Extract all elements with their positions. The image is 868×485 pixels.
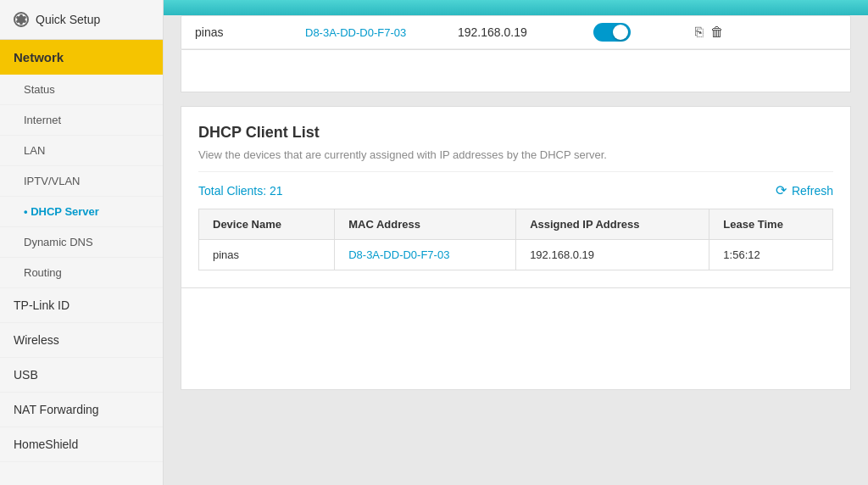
total-clients: Total Clients: 21 — [198, 184, 283, 198]
dhcp-table-header: Device Name MAC Address Assigned IP Addr… — [199, 209, 833, 240]
sidebar-item-nat-forwarding[interactable]: NAT Forwarding — [0, 393, 163, 427]
dhcp-description: View the devices that are currently assi… — [198, 148, 833, 172]
sidebar: Quick Setup Network Status Internet LAN … — [0, 0, 164, 485]
sidebar-item-status[interactable]: Status — [0, 75, 163, 105]
sidebar-item-internet[interactable]: Internet — [0, 105, 163, 136]
empty-space — [181, 50, 851, 92]
sidebar-item-homeshield[interactable]: HomeShield — [0, 427, 163, 462]
col-ip-address: Assigned IP Address — [516, 209, 709, 240]
table-row: pinas D8-3A-DD-D0-F7-03 192.168.0.19 1:5… — [199, 240, 833, 270]
refresh-button[interactable]: ⟳ Refresh — [776, 182, 833, 198]
cell-mac: D8-3A-DD-D0-F7-03 — [335, 240, 516, 270]
top-bar — [164, 0, 868, 15]
cell-device-name: pinas — [199, 240, 335, 270]
sidebar-item-tp-link-id[interactable]: TP-Link ID — [0, 288, 163, 323]
delete-icon[interactable]: 🗑 — [710, 25, 724, 40]
quick-setup-item[interactable]: Quick Setup — [0, 0, 163, 40]
sidebar-item-dhcp-server[interactable]: DHCP Server — [0, 197, 163, 227]
col-lease-time: Lease Time — [709, 209, 833, 240]
action-icons: ⎘ 🗑 — [695, 25, 763, 40]
dhcp-client-list-section: DHCP Client List View the devices that a… — [181, 106, 851, 288]
dhcp-header-row: Total Clients: 21 ⟳ Refresh — [198, 182, 833, 198]
reservation-mac: D8-3A-DD-D0-F7-03 — [305, 26, 458, 39]
reservation-device-name: pinas — [195, 25, 305, 39]
reservation-row: pinas D8-3A-DD-D0-F7-03 192.168.0.19 ⎘ 🗑 — [181, 16, 850, 49]
sidebar-item-network[interactable]: Network — [0, 40, 163, 75]
cell-ip: 192.168.0.19 — [516, 240, 709, 270]
sidebar-item-lan[interactable]: LAN — [0, 136, 163, 166]
bottom-space — [181, 288, 851, 390]
sidebar-item-routing[interactable]: Routing — [0, 258, 163, 288]
edit-icon[interactable]: ⎘ — [695, 25, 704, 40]
reservation-table: pinas D8-3A-DD-D0-F7-03 192.168.0.19 ⎘ 🗑 — [181, 15, 851, 50]
col-mac-address: MAC Address — [335, 209, 516, 240]
refresh-icon: ⟳ — [776, 182, 787, 198]
sidebar-item-wireless[interactable]: Wireless — [0, 323, 163, 358]
main-content: pinas D8-3A-DD-D0-F7-03 192.168.0.19 ⎘ 🗑… — [164, 0, 868, 485]
enable-toggle[interactable] — [593, 23, 631, 42]
refresh-label: Refresh — [792, 184, 833, 198]
gear-icon — [14, 12, 29, 27]
sidebar-item-usb[interactable]: USB — [0, 358, 163, 393]
dhcp-title: DHCP Client List — [198, 124, 833, 142]
dhcp-table: Device Name MAC Address Assigned IP Addr… — [198, 209, 833, 270]
col-device-name: Device Name — [199, 209, 335, 240]
sidebar-item-dynamic-dns[interactable]: Dynamic DNS — [0, 227, 163, 258]
quick-setup-label: Quick Setup — [36, 13, 100, 26]
reservation-ip: 192.168.0.19 — [458, 25, 593, 39]
cell-lease: 1:56:12 — [709, 240, 833, 270]
content-area: pinas D8-3A-DD-D0-F7-03 192.168.0.19 ⎘ 🗑… — [164, 15, 868, 485]
sidebar-item-iptv[interactable]: IPTV/VLAN — [0, 166, 163, 197]
